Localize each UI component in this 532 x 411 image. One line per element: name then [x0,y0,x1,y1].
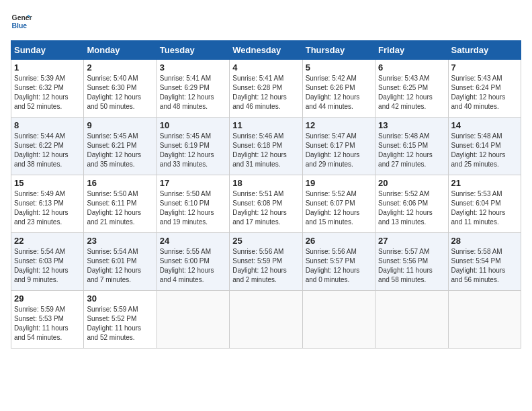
calendar-cell: 21 Sunrise: 5:53 AMSunset: 6:04 PMDaylig… [448,175,521,233]
calendar-cell: 10 Sunrise: 5:45 AMSunset: 6:19 PMDaylig… [157,118,229,175]
day-detail: Sunrise: 5:56 AMSunset: 5:57 PMDaylight:… [306,248,360,283]
day-number: 8 [14,120,81,130]
calendar-cell: 11 Sunrise: 5:46 AMSunset: 6:18 PMDaylig… [230,118,302,175]
column-header-thursday: Thursday [302,41,375,60]
calendar-cell: 23 Sunrise: 5:54 AMSunset: 6:01 PMDaylig… [84,233,157,291]
calendar-cell: 27 Sunrise: 5:57 AMSunset: 5:56 PMDaylig… [375,233,448,291]
calendar-cell: 8 Sunrise: 5:44 AMSunset: 6:22 PMDayligh… [11,118,84,175]
calendar-cell: 26 Sunrise: 5:56 AMSunset: 5:57 PMDaylig… [302,233,375,291]
day-number: 23 [87,236,153,246]
calendar-cell [157,291,229,349]
day-detail: Sunrise: 5:57 AMSunset: 5:56 PMDaylight:… [378,248,433,283]
day-detail: Sunrise: 5:40 AMSunset: 6:30 PMDaylight:… [87,75,141,110]
day-number: 7 [451,62,518,73]
calendar-cell: 7 Sunrise: 5:43 AMSunset: 6:24 PMDayligh… [448,60,521,118]
day-detail: Sunrise: 5:48 AMSunset: 6:15 PMDaylight:… [378,132,433,168]
day-number: 10 [160,120,226,130]
calendar-cell: 13 Sunrise: 5:48 AMSunset: 6:15 PMDaylig… [375,118,448,175]
calendar-cell [375,291,448,349]
day-number: 5 [306,62,372,73]
calendar-week-row: 8 Sunrise: 5:44 AMSunset: 6:22 PMDayligh… [11,118,521,175]
column-header-saturday: Saturday [448,41,521,60]
day-detail: Sunrise: 5:49 AMSunset: 6:13 PMDaylight:… [14,190,69,226]
calendar-cell: 14 Sunrise: 5:48 AMSunset: 6:14 PMDaylig… [448,118,521,175]
day-number: 9 [87,120,153,130]
day-detail: Sunrise: 5:42 AMSunset: 6:26 PMDaylight:… [306,75,360,110]
column-header-wednesday: Wednesday [230,41,302,60]
day-number: 1 [14,62,81,73]
calendar-header-row: SundayMondayTuesdayWednesdayThursdayFrid… [11,41,521,60]
day-number: 11 [232,120,299,130]
page-header: General Blue [11,11,521,32]
day-detail: Sunrise: 5:44 AMSunset: 6:22 PMDaylight:… [14,132,69,168]
day-detail: Sunrise: 5:50 AMSunset: 6:11 PMDaylight:… [87,190,141,226]
day-number: 12 [306,120,372,130]
day-number: 17 [160,178,226,188]
day-detail: Sunrise: 5:54 AMSunset: 6:03 PMDaylight:… [14,248,69,283]
calendar-cell: 6 Sunrise: 5:43 AMSunset: 6:25 PMDayligh… [375,60,448,118]
calendar-cell: 30 Sunrise: 5:59 AMSunset: 5:52 PMDaylig… [84,291,157,349]
day-detail: Sunrise: 5:45 AMSunset: 6:19 PMDaylight:… [160,132,214,168]
day-detail: Sunrise: 5:41 AMSunset: 6:28 PMDaylight:… [232,75,287,110]
day-number: 4 [232,62,299,73]
day-number: 18 [232,178,299,188]
svg-text:Blue: Blue [12,22,28,30]
calendar-cell: 9 Sunrise: 5:45 AMSunset: 6:21 PMDayligh… [84,118,157,175]
calendar-cell: 19 Sunrise: 5:52 AMSunset: 6:07 PMDaylig… [302,175,375,233]
calendar-cell: 15 Sunrise: 5:49 AMSunset: 6:13 PMDaylig… [11,175,84,233]
day-number: 25 [232,236,299,246]
calendar-cell: 25 Sunrise: 5:56 AMSunset: 5:59 PMDaylig… [230,233,302,291]
calendar-cell: 28 Sunrise: 5:58 AMSunset: 5:54 PMDaylig… [448,233,521,291]
calendar-cell: 2 Sunrise: 5:40 AMSunset: 6:30 PMDayligh… [84,60,157,118]
day-detail: Sunrise: 5:43 AMSunset: 6:24 PMDaylight:… [451,75,506,110]
day-number: 26 [306,236,372,246]
day-detail: Sunrise: 5:43 AMSunset: 6:25 PMDaylight:… [378,75,433,110]
day-detail: Sunrise: 5:51 AMSunset: 6:08 PMDaylight:… [232,190,287,226]
calendar-cell [448,291,521,349]
day-number: 2 [87,62,153,73]
day-detail: Sunrise: 5:45 AMSunset: 6:21 PMDaylight:… [87,132,141,168]
column-header-monday: Monday [84,41,157,60]
day-detail: Sunrise: 5:58 AMSunset: 5:54 PMDaylight:… [451,248,506,283]
day-number: 28 [451,236,518,246]
calendar-table: SundayMondayTuesdayWednesdayThursdayFrid… [11,40,521,349]
column-header-tuesday: Tuesday [157,41,229,60]
column-header-friday: Friday [375,41,448,60]
day-number: 21 [451,178,518,188]
day-detail: Sunrise: 5:48 AMSunset: 6:14 PMDaylight:… [451,132,506,168]
calendar-week-row: 29 Sunrise: 5:59 AMSunset: 5:53 PMDaylig… [11,291,521,349]
day-number: 14 [451,120,518,130]
day-number: 19 [306,178,372,188]
day-number: 30 [87,293,153,304]
day-number: 29 [14,293,81,304]
calendar-cell: 3 Sunrise: 5:41 AMSunset: 6:29 PMDayligh… [157,60,229,118]
calendar-week-row: 1 Sunrise: 5:39 AMSunset: 6:32 PMDayligh… [11,60,521,118]
day-number: 24 [160,236,226,246]
day-number: 22 [14,236,81,246]
day-number: 27 [378,236,445,246]
day-detail: Sunrise: 5:59 AMSunset: 5:53 PMDaylight:… [14,306,69,341]
day-detail: Sunrise: 5:46 AMSunset: 6:18 PMDaylight:… [232,132,287,168]
calendar-cell: 20 Sunrise: 5:52 AMSunset: 6:06 PMDaylig… [375,175,448,233]
calendar-week-row: 15 Sunrise: 5:49 AMSunset: 6:13 PMDaylig… [11,175,521,233]
calendar-cell: 16 Sunrise: 5:50 AMSunset: 6:11 PMDaylig… [84,175,157,233]
day-detail: Sunrise: 5:56 AMSunset: 5:59 PMDaylight:… [232,248,287,283]
day-detail: Sunrise: 5:52 AMSunset: 6:06 PMDaylight:… [378,190,433,226]
calendar-cell [302,291,375,349]
calendar-week-row: 22 Sunrise: 5:54 AMSunset: 6:03 PMDaylig… [11,233,521,291]
column-header-sunday: Sunday [11,41,84,60]
day-number: 15 [14,178,81,188]
calendar-cell: 22 Sunrise: 5:54 AMSunset: 6:03 PMDaylig… [11,233,84,291]
calendar-cell: 12 Sunrise: 5:47 AMSunset: 6:17 PMDaylig… [302,118,375,175]
calendar-cell: 17 Sunrise: 5:50 AMSunset: 6:10 PMDaylig… [157,175,229,233]
day-detail: Sunrise: 5:53 AMSunset: 6:04 PMDaylight:… [451,190,506,226]
day-number: 13 [378,120,445,130]
calendar-cell: 4 Sunrise: 5:41 AMSunset: 6:28 PMDayligh… [230,60,302,118]
calendar-cell: 18 Sunrise: 5:51 AMSunset: 6:08 PMDaylig… [230,175,302,233]
day-detail: Sunrise: 5:41 AMSunset: 6:29 PMDaylight:… [160,75,214,110]
calendar-cell [230,291,302,349]
calendar-cell: 5 Sunrise: 5:42 AMSunset: 6:26 PMDayligh… [302,60,375,118]
day-detail: Sunrise: 5:50 AMSunset: 6:10 PMDaylight:… [160,190,214,226]
day-number: 6 [378,62,445,73]
day-detail: Sunrise: 5:39 AMSunset: 6:32 PMDaylight:… [14,75,69,110]
